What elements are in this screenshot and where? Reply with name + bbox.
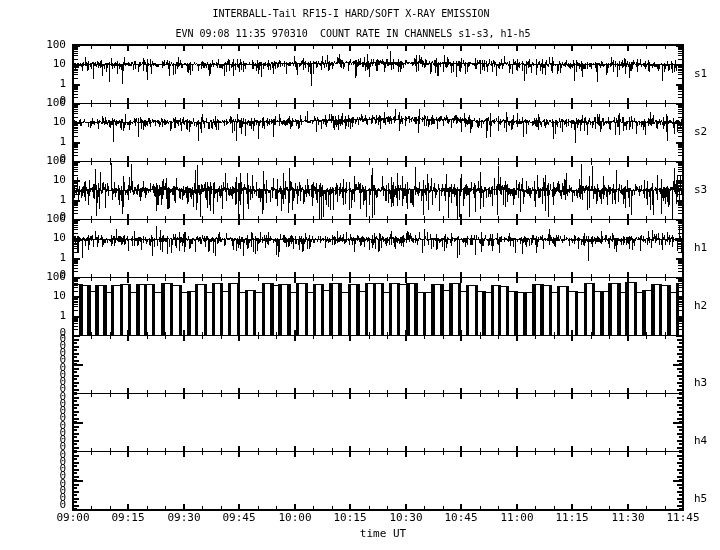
- y-tick-label: 10: [36, 174, 66, 186]
- y-tick-label-zero: 0: [36, 499, 66, 511]
- chart-subtitle: EVN 09:08 11:35 970310 COUNT RATE IN CHA…: [0, 28, 706, 39]
- channel-label-h3: h3: [694, 377, 714, 389]
- x-tick-label: 09:00: [51, 512, 95, 524]
- x-tick-label: 11:15: [550, 512, 594, 524]
- x-axis-title: time UT: [333, 527, 433, 540]
- y-tick-label: 10: [36, 290, 66, 302]
- y-tick-label: 1: [36, 252, 66, 264]
- x-tick-label: 09:45: [217, 512, 261, 524]
- channel-label-s3: s3: [694, 184, 714, 196]
- channel-label-h2: h2: [694, 300, 714, 312]
- y-tick-label: 1: [36, 78, 66, 90]
- x-tick-label: 10:30: [384, 512, 428, 524]
- x-tick-label: 09:30: [162, 512, 206, 524]
- x-tick-label: 10:15: [328, 512, 372, 524]
- y-tick-label: 1: [36, 310, 66, 322]
- y-tick-label: 100: [36, 155, 66, 167]
- x-tick-label: 09:15: [106, 512, 150, 524]
- y-tick-label: 10: [36, 232, 66, 244]
- figure-root: INTERBALL-Tail RF15-I HARD/SOFT X-RAY EM…: [0, 0, 720, 550]
- plot-canvas: [0, 0, 720, 550]
- y-tick-label: 1: [36, 194, 66, 206]
- y-tick-label: 100: [36, 39, 66, 51]
- y-tick-label: 100: [36, 271, 66, 283]
- channel-label-h4: h4: [694, 435, 714, 447]
- y-tick-label: 10: [36, 58, 66, 70]
- x-tick-label: 10:45: [439, 512, 483, 524]
- y-tick-label: 100: [36, 97, 66, 109]
- x-tick-label: 11:30: [606, 512, 650, 524]
- x-tick-label: 11:00: [495, 512, 539, 524]
- y-tick-label: 10: [36, 116, 66, 128]
- channel-label-h5: h5: [694, 493, 714, 505]
- y-tick-label: 100: [36, 213, 66, 225]
- chart-title: INTERBALL-Tail RF15-I HARD/SOFT X-RAY EM…: [0, 8, 702, 19]
- channel-label-s2: s2: [694, 126, 714, 138]
- channel-label-s1: s1: [694, 68, 714, 80]
- channel-label-h1: h1: [694, 242, 714, 254]
- y-tick-label: 1: [36, 136, 66, 148]
- x-tick-label: 11:45: [661, 512, 705, 524]
- x-tick-label: 10:00: [273, 512, 317, 524]
